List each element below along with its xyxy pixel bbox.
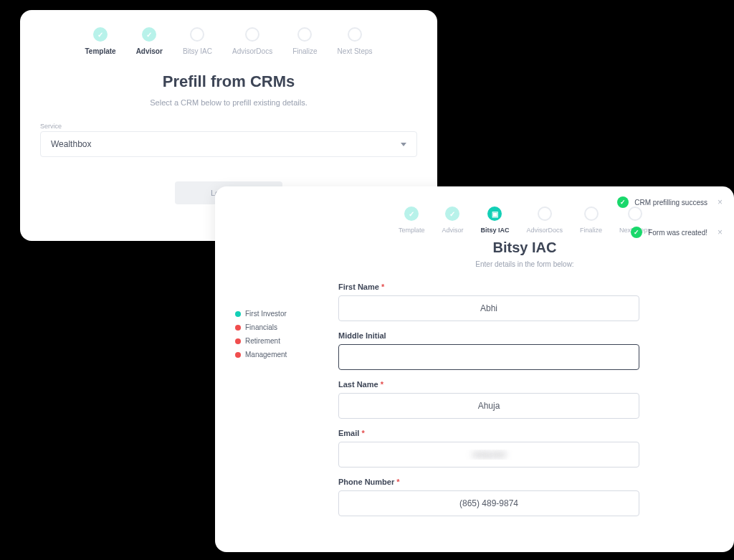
check-icon <box>97 31 103 39</box>
field-label: Phone Number * <box>338 478 639 486</box>
step-circle-empty <box>584 207 599 221</box>
step-label: Finalize <box>292 47 317 55</box>
page-subtitle: Select a CRM below to prefill existing d… <box>40 98 417 107</box>
legend-label: Retirement <box>245 337 280 345</box>
step-bitsy-iac[interactable]: Bitsy IAC <box>480 207 509 234</box>
legend-label: Financials <box>245 323 277 331</box>
toast-close-button[interactable]: × <box>718 197 723 207</box>
check-circle-icon: ✓ <box>617 196 629 208</box>
form-area: First Investor Financials Retirement Man… <box>235 283 714 526</box>
step-circle-done <box>93 27 108 42</box>
required-mark: * <box>381 283 384 291</box>
page-title: Prefill from CRMs <box>40 72 417 91</box>
toast-message: CRM prefilling success <box>634 199 707 207</box>
field-label: Middle Initial <box>338 331 639 340</box>
legend-label: Management <box>245 351 287 359</box>
legend-financials[interactable]: Financials <box>235 323 314 331</box>
service-label: Service <box>40 123 417 130</box>
toast-close-button[interactable]: × <box>718 227 723 237</box>
phone-input[interactable] <box>338 490 639 516</box>
step-finalize[interactable]: Finalize <box>292 27 317 55</box>
step-finalize[interactable]: Finalize <box>580 207 602 234</box>
dot-icon <box>235 311 241 317</box>
field-label: First Name * <box>338 283 639 291</box>
check-icon <box>409 210 414 218</box>
step-circle-empty <box>538 207 552 221</box>
step-label: Advisor <box>442 227 463 234</box>
step-circle-empty <box>628 207 642 221</box>
middle-initial-input[interactable] <box>338 344 639 370</box>
step-template[interactable]: Template <box>399 207 425 234</box>
check-icon <box>146 31 152 39</box>
step-advisor-docs[interactable]: AdvisorDocs <box>527 207 563 234</box>
step-label: Template <box>399 227 425 234</box>
field-first-name: First Name * <box>338 283 639 321</box>
required-mark: * <box>381 380 383 389</box>
step-circle-done <box>142 27 156 42</box>
field-last-name: Last Name * <box>338 380 639 419</box>
step-circle-done <box>404 207 419 221</box>
required-mark: * <box>361 429 364 437</box>
last-name-input[interactable] <box>338 393 639 419</box>
section-legend: First Investor Financials Retirement Man… <box>235 283 314 526</box>
legend-retirement[interactable]: Retirement <box>235 337 314 345</box>
step-circle-current <box>487 207 502 221</box>
first-name-input[interactable] <box>338 295 639 321</box>
toast-form-created: ✓ Form was created! × <box>631 227 723 238</box>
document-icon <box>492 210 498 218</box>
email-input[interactable] <box>338 442 639 468</box>
legend-management[interactable]: Management <box>235 351 314 359</box>
page-subtitle: Enter details in the form below: <box>235 260 714 268</box>
required-mark: * <box>396 478 399 486</box>
check-circle-icon: ✓ <box>631 227 642 238</box>
dot-icon <box>235 352 241 358</box>
step-label: Bitsy IAC <box>480 227 509 234</box>
step-label: Finalize <box>580 227 602 234</box>
dot-icon <box>235 325 241 331</box>
step-label: Template <box>85 47 115 55</box>
step-circle-empty <box>245 27 259 42</box>
form-fields: First Name * Middle Initial Last Name * … <box>338 283 639 526</box>
step-circle-empty <box>190 27 204 42</box>
service-select[interactable]: Wealthbox <box>40 131 417 157</box>
step-bitsy-iac[interactable]: Bitsy IAC <box>183 27 212 55</box>
check-icon <box>449 210 455 218</box>
field-email: Email * <box>338 429 639 468</box>
dot-icon <box>235 338 241 344</box>
bitsy-iac-card: ✓ CRM prefilling success × ✓ Form was cr… <box>215 186 734 552</box>
step-next-steps[interactable]: Next Steps <box>338 27 373 55</box>
field-label: Last Name * <box>338 380 639 389</box>
step-label: AdvisorDocs <box>232 47 272 55</box>
step-label: Bitsy IAC <box>183 47 212 55</box>
step-circle-empty <box>348 27 362 42</box>
legend-first-investor[interactable]: First Investor <box>235 310 314 318</box>
toast-message: Form was created! <box>648 229 707 237</box>
step-advisor[interactable]: Advisor <box>442 207 463 234</box>
step-advisor-docs[interactable]: AdvisorDocs <box>232 27 272 55</box>
step-template[interactable]: Template <box>85 27 115 55</box>
chevron-down-icon <box>401 143 406 146</box>
field-label: Email * <box>338 429 639 437</box>
legend-label: First Investor <box>245 310 287 318</box>
step-advisor[interactable]: Advisor <box>136 27 163 55</box>
field-phone: Phone Number * <box>338 478 639 516</box>
stepper: Template Advisor Bitsy IAC AdvisorDocs F… <box>40 27 417 55</box>
step-label: AdvisorDocs <box>527 227 563 234</box>
step-label: Next Steps <box>338 47 373 55</box>
step-circle-empty <box>297 27 312 42</box>
toast-crm-success: ✓ CRM prefilling success × <box>617 196 723 208</box>
step-label: Advisor <box>136 47 163 55</box>
service-value: Wealthbox <box>51 139 91 149</box>
step-circle-done <box>445 207 459 221</box>
page-title: Bitsy IAC <box>235 239 714 256</box>
field-middle-initial: Middle Initial <box>338 331 639 370</box>
